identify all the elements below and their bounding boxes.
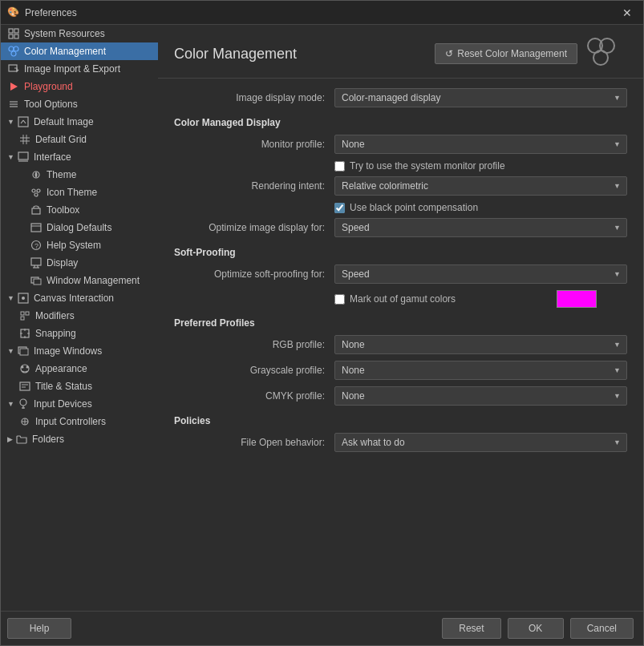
sidebar-item-label: Interface [34,151,71,163]
rendering-intent-label: Rendering intent: [174,180,334,192]
svg-point-23 [37,189,40,192]
rgb-profile-control: None [334,335,627,354]
input-devices-icon [17,398,30,410]
file-open-behavior-label: File Open behavior: [174,437,334,448]
reset-button[interactable]: Reset [442,618,500,639]
system-resources-icon [7,27,20,40]
default-image-icon [17,115,30,128]
sidebar-item-default-image[interactable]: ▼ Default Image [1,113,158,131]
help-button-container: Help [1,611,158,645]
sidebar-item-display[interactable]: Display [1,254,158,272]
mark-out-of-gamut-label[interactable]: Mark out of gamut colors [350,293,456,305]
close-button[interactable]: ✕ [618,5,637,21]
sidebar-item-canvas-interaction[interactable]: ▼ Canvas Interaction [1,289,158,307]
sidebar-item-title-status[interactable]: Title & Status [1,378,158,395]
cmyk-profile-control: None [334,386,627,406]
sidebar-item-label: Input Devices [34,398,92,410]
svg-point-5 [14,46,18,51]
theme-icon [30,168,43,181]
sidebar-item-toolbox[interactable]: Toolbox [1,201,158,219]
sidebar-item-image-windows[interactable]: ▼ Image Windows [1,342,158,360]
display-icon [30,256,43,269]
sidebar-item-dialog-defaults[interactable]: Dialog Defaults [1,219,158,236]
sidebar-item-modifiers[interactable]: Modifiers [1,307,158,325]
canvas-interaction-icon [17,292,30,305]
svg-rect-0 [9,29,13,33]
file-open-behavior-select[interactable]: Ask what to do Convert to working color … [334,433,627,452]
image-display-mode-select[interactable]: Color-managed display Unmanaged display … [334,88,627,107]
sidebar-item-snapping[interactable]: Snapping [1,325,158,342]
sidebar-item-label: Theme [47,169,76,180]
image-windows-icon [17,345,30,357]
sidebar-item-label: Image Import & Export [24,63,120,75]
grayscale-profile-select[interactable]: None [334,361,627,380]
reset-color-management-button[interactable]: ↺ Reset Color Management [435,43,577,64]
svg-rect-1 [14,29,18,33]
sidebar-item-label: Modifiers [35,310,75,321]
sidebar-item-label: Canvas Interaction [34,293,114,304]
try-system-profile-checkbox[interactable] [334,161,345,172]
default-grid-icon [18,133,31,146]
svg-point-24 [34,193,38,196]
monitor-profile-select[interactable]: None [334,135,627,154]
optimize-soft-proofing-select[interactable]: Speed Quality [334,264,627,284]
black-point-compensation-label[interactable]: Use black point compensation [350,202,478,213]
sidebar-item-interface[interactable]: ▼ Interface [1,148,158,166]
sidebar-item-color-management[interactable]: Color Management [1,42,158,60]
app-icon: 🎨 [7,6,20,19]
krita-logo [587,38,627,70]
file-open-behavior-row: File Open behavior: Ask what to do Conve… [174,433,627,452]
grayscale-profile-select-wrapper: None [334,361,627,380]
sidebar-item-system-resources[interactable]: System Resources [1,25,158,42]
panel-title: Color Management [174,46,297,63]
sidebar-scroll: System Resources Color Management [1,25,158,611]
rendering-intent-control: Relative colorimetric Perceptual Absolut… [334,176,627,196]
rendering-intent-select-wrapper: Relative colorimetric Perceptual Absolut… [334,176,627,196]
sidebar-item-tool-options[interactable]: Tool Options [1,95,158,113]
svg-rect-30 [31,258,41,265]
sidebar-item-playground[interactable]: Playground [1,78,158,95]
sidebar-item-theme[interactable]: Theme [1,166,158,184]
sidebar-item-input-devices[interactable]: ▼ Input Devices [1,395,158,413]
sidebar-item-default-grid[interactable]: Default Grid [1,131,158,148]
playground-icon [7,80,20,93]
sidebar-item-image-import-export[interactable]: Image Import & Export [1,60,158,78]
cmyk-profile-select[interactable]: None [334,386,627,406]
svg-line-13 [21,120,23,123]
expand-arrow-image-windows: ▼ [7,347,14,355]
svg-rect-51 [20,382,30,390]
black-point-compensation-checkbox[interactable] [334,203,345,213]
svg-rect-35 [34,279,41,285]
optimize-image-display-control: Speed Quality [334,218,627,237]
svg-rect-2 [9,34,13,38]
ok-button[interactable]: OK [508,618,564,639]
sidebar-item-appearance[interactable]: Appearance [1,360,158,378]
gamut-color-picker[interactable] [557,290,597,308]
soft-proofing-section-title: Soft-Proofing [174,247,627,258]
policies-section-title: Policies [174,415,627,426]
rgb-profile-select[interactable]: None [334,335,627,354]
main-content: System Resources Color Management [1,25,643,645]
sidebar-item-folders[interactable]: ▶ Folders [1,430,158,448]
panel-header: Color Management ↺ Reset Color Managemen… [158,25,643,79]
optimize-image-display-select[interactable]: Speed Quality [334,218,627,237]
grayscale-profile-control: None [334,361,627,380]
image-display-mode-label: Image display mode: [174,92,334,103]
sidebar-item-window-management[interactable]: Window Management [1,272,158,289]
help-button[interactable]: Help [7,618,71,639]
mark-out-of-gamut-checkbox[interactable] [334,294,345,305]
window-management-icon [30,274,43,287]
sidebar-item-input-controllers[interactable]: Input Controllers [1,413,158,430]
expand-arrow-input-devices: ▼ [7,400,14,408]
cmyk-profile-row: CMYK profile: None [174,386,627,406]
folders-icon [15,433,28,446]
rendering-intent-select[interactable]: Relative colorimetric Perceptual Absolut… [334,176,627,196]
sidebar-item-help-system[interactable]: ? Help System [1,236,158,254]
sidebar-item-icon-theme[interactable]: Icon Theme [1,184,158,201]
cancel-button[interactable]: Cancel [570,618,634,639]
color-management-icon [7,45,20,58]
try-system-profile-label[interactable]: Try to use the system monitor profile [350,160,505,172]
expand-arrow-canvas: ▼ [7,294,14,302]
sidebar-item-label: System Resources [24,28,105,39]
sidebar-item-label: Display [47,257,78,268]
